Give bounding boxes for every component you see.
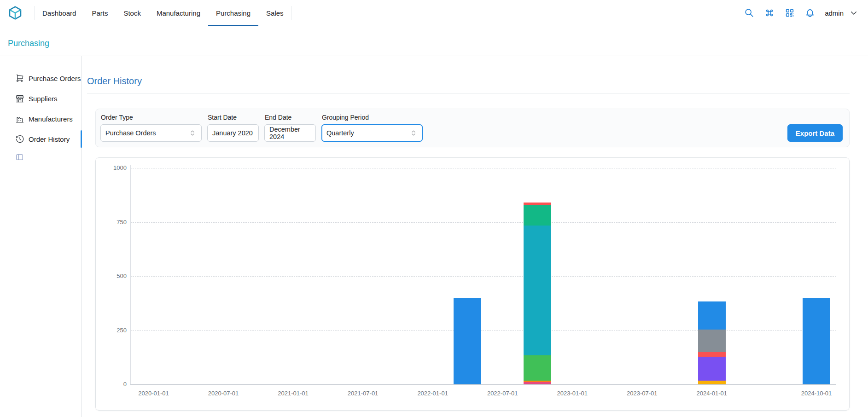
page-body: Purchase Orders Suppliers Manufacturer: [0, 56, 868, 417]
collapse-sidebar-icon[interactable]: [15, 153, 24, 162]
x-axis-tick-label: 2023-01-01: [545, 390, 600, 397]
user-menu-chevron-down-icon[interactable]: [850, 9, 858, 17]
tab-parts[interactable]: Parts: [84, 0, 116, 26]
bar-segment[interactable]: [524, 226, 551, 355]
building-factory-icon: [15, 114, 24, 123]
grouping-period-label: Grouping Period: [322, 114, 423, 121]
chart-panel: 025050075010002020-01-012020-07-012021-0…: [95, 157, 850, 411]
bar-segment[interactable]: [698, 352, 726, 356]
export-data-button[interactable]: Export Data: [787, 124, 843, 142]
y-axis-tick-label: 250: [96, 327, 127, 334]
building-store-icon: [15, 94, 24, 103]
sidebar-item-label: Purchase Orders: [29, 75, 81, 82]
y-gridline: [130, 222, 836, 223]
end-date-label: End Date: [265, 114, 316, 121]
bar-segment[interactable]: [524, 355, 551, 380]
y-axis-tick-label: 750: [96, 219, 127, 226]
start-date-value: January 2020: [212, 129, 253, 137]
x-axis-tick-label: 2021-07-01: [335, 390, 390, 397]
x-axis-tick-label: 2022-07-01: [475, 390, 530, 397]
start-date-label: Start Date: [208, 114, 259, 121]
command-icon[interactable]: [761, 5, 778, 21]
select-chevrons-icon: [188, 129, 197, 137]
select-chevrons-icon: [409, 129, 418, 137]
top-navbar: Dashboard Parts Stock Manufacturing Purc…: [0, 0, 868, 26]
history-icon: [15, 134, 24, 144]
start-date-input[interactable]: January 2020: [207, 124, 259, 142]
grouping-period-field: Grouping Period Quarterly: [321, 114, 423, 142]
qrcode-scan-icon[interactable]: [781, 5, 798, 21]
bar-segment[interactable]: [454, 298, 481, 384]
x-axis-tick-label: 2022-01-01: [405, 390, 460, 397]
y-gridline: [130, 168, 836, 168]
page-title: Order History: [87, 75, 858, 87]
end-date-value: December 2024: [269, 126, 311, 140]
start-date-field: Start Date January 2020: [207, 114, 259, 142]
app-logo-icon[interactable]: [7, 5, 23, 21]
bar-segment[interactable]: [698, 301, 726, 330]
grouping-period-value: Quarterly: [326, 129, 354, 137]
end-date-input[interactable]: December 2024: [264, 124, 316, 142]
username[interactable]: admin: [825, 9, 844, 17]
y-axis-tick-label: 500: [96, 272, 127, 280]
shopping-cart-icon: [15, 74, 24, 83]
order-type-field: Order Type Purchase Orders: [100, 114, 202, 142]
x-axis-tick-label: 2024-01-01: [684, 390, 740, 397]
x-axis-line: [130, 384, 836, 385]
order-type-value: Purchase Orders: [105, 129, 156, 137]
breadcrumb: Purchasing: [0, 26, 868, 56]
sidebar-item-manufacturers[interactable]: Manufacturers: [0, 109, 81, 129]
x-axis-tick-label: 2020-01-01: [126, 390, 181, 397]
filter-panel: Order Type Purchase Orders Start Date Ja…: [95, 109, 850, 147]
y-gridline: [130, 276, 836, 277]
grouping-period-select[interactable]: Quarterly: [321, 124, 423, 142]
y-axis-line: [130, 165, 131, 384]
navbar-actions: admin: [741, 5, 858, 21]
main-content: Order History Order Type Purchase Orders…: [82, 56, 868, 417]
y-axis-tick-label: 1000: [96, 164, 127, 172]
breadcrumb-purchasing[interactable]: Purchasing: [8, 39, 49, 48]
end-date-field: End Date December 2024: [264, 114, 316, 142]
x-axis-tick-label: 2023-07-01: [614, 390, 670, 397]
x-axis-tick-label: 2021-01-01: [266, 390, 321, 397]
sidebar-item-label: Suppliers: [29, 95, 58, 103]
bar-segment[interactable]: [524, 203, 551, 205]
tab-manufacturing[interactable]: Manufacturing: [149, 0, 208, 26]
bar-segment[interactable]: [698, 381, 726, 384]
bar-segment[interactable]: [524, 205, 551, 226]
sidebar-item-purchase-orders[interactable]: Purchase Orders: [0, 68, 81, 88]
sidebar-item-label: Manufacturers: [29, 115, 73, 123]
purchasing-sidebar: Purchase Orders Suppliers Manufacturer: [0, 56, 82, 417]
sidebar-item-suppliers[interactable]: Suppliers: [0, 88, 81, 109]
y-gridline: [130, 330, 836, 331]
title-divider: [87, 93, 850, 93]
search-icon[interactable]: [741, 5, 757, 21]
bar-segment[interactable]: [524, 382, 551, 384]
x-axis-tick-label: 2024-10-01: [789, 390, 844, 397]
main-nav-tabs: Dashboard Parts Stock Manufacturing Purc…: [34, 0, 292, 26]
bell-icon[interactable]: [802, 5, 818, 21]
sidebar-item-order-history[interactable]: Order History: [0, 129, 81, 149]
bar-segment[interactable]: [803, 298, 830, 384]
bar-segment[interactable]: [698, 357, 726, 381]
x-axis-tick-label: 2020-07-01: [196, 390, 251, 397]
tab-purchasing[interactable]: Purchasing: [208, 0, 258, 26]
tab-dashboard[interactable]: Dashboard: [35, 0, 84, 26]
y-axis-tick-label: 0: [96, 381, 127, 388]
bar-segment[interactable]: [698, 330, 726, 352]
order-type-select[interactable]: Purchase Orders: [100, 124, 202, 142]
tab-stock[interactable]: Stock: [116, 0, 149, 26]
order-type-label: Order Type: [101, 114, 202, 121]
sidebar-item-label: Order History: [29, 135, 70, 143]
bar-segment[interactable]: [524, 381, 551, 382]
order-history-chart: 025050075010002020-01-012020-07-012021-0…: [96, 158, 849, 410]
tab-sales[interactable]: Sales: [258, 0, 291, 26]
